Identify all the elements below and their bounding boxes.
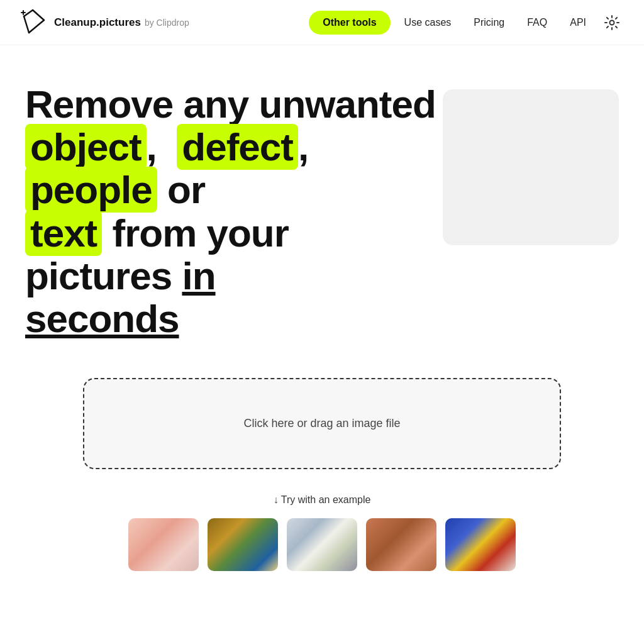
upload-zone-text: Click here or drag an image file [243, 417, 400, 430]
hero-text: Remove any unwanted object, defect, peop… [25, 83, 440, 340]
logo-name: Cleanup.pictures [54, 16, 141, 29]
svg-line-3 [29, 20, 44, 33]
logo-byline: by Clipdrop [145, 18, 189, 28]
svg-point-6 [610, 20, 614, 25]
hero-seconds: seconds [25, 297, 179, 340]
pricing-link[interactable]: Pricing [465, 12, 513, 33]
upload-zone[interactable]: Click here or drag an image file [83, 378, 561, 469]
settings-button[interactable] [600, 11, 624, 35]
gear-icon [604, 14, 620, 31]
hero-word-text: text [25, 210, 102, 256]
api-link[interactable]: API [561, 12, 595, 33]
logo-icon [20, 9, 48, 36]
hero-section: Remove any unwanted object, defect, peop… [25, 83, 619, 340]
hero-word-object: object [25, 124, 147, 170]
example-thumbs [25, 518, 619, 571]
svg-line-1 [33, 10, 44, 20]
hero-image-preview [443, 89, 619, 245]
examples-section: ↓ Try with an example [25, 494, 619, 571]
try-example-label: ↓ Try with an example [25, 494, 619, 506]
comma2: , [298, 125, 308, 169]
example-thumb-3[interactable] [287, 518, 357, 571]
comma1: , [147, 125, 157, 169]
hero-title: Remove any unwanted object, defect, peop… [25, 83, 440, 340]
hero-line1: Remove any unwanted [25, 82, 436, 126]
hero-in: in [182, 254, 215, 297]
use-cases-link[interactable]: Use cases [396, 12, 460, 33]
example-thumb-2[interactable] [208, 518, 278, 571]
example-thumb-4[interactable] [366, 518, 436, 571]
upload-section: Click here or drag an image file [83, 378, 561, 469]
main-nav: Other tools Use cases Pricing FAQ API [309, 11, 624, 35]
example-thumb-5[interactable] [445, 518, 516, 571]
hero-word-defect: defect [177, 124, 298, 170]
logo-area: Cleanup.pictures by Clipdrop [20, 9, 189, 36]
svg-line-0 [24, 10, 33, 16]
other-tools-button[interactable]: Other tools [309, 11, 390, 35]
svg-line-2 [24, 16, 29, 33]
example-thumb-1[interactable] [128, 518, 199, 571]
faq-link[interactable]: FAQ [518, 12, 556, 33]
hero-or: or [167, 168, 205, 211]
hero-word-people: people [25, 167, 157, 213]
